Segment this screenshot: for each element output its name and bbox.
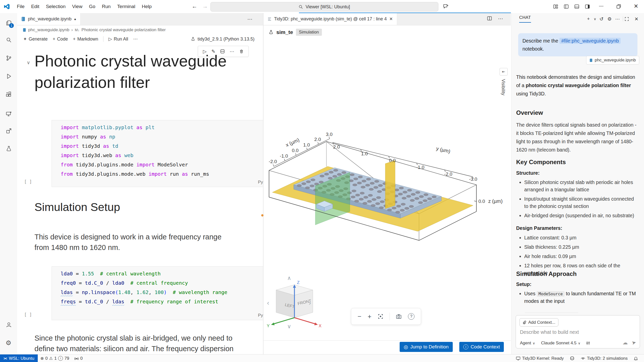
menu-help[interactable]: Help <box>138 2 155 11</box>
mode-selector[interactable]: Agent <box>520 341 531 346</box>
tab-tidy3d-viewer[interactable]: Tidy3D: phc_waveguide.ipynb (sim_te) @ c… <box>263 13 397 25</box>
close-window-button[interactable]: ✕ <box>634 3 638 10</box>
chat-settings-icon[interactable]: ⚙ <box>606 16 613 22</box>
send-message-icon[interactable]: ➤ <box>631 339 637 346</box>
breadcrumb[interactable]: phc_waveguide.ipynb › M↓ Photonic crysta… <box>23 26 166 34</box>
maximize-panel-icon[interactable] <box>625 17 632 21</box>
rotate-down-chevron[interactable]: ∨ <box>287 323 291 330</box>
toggle-secondary-sidebar-icon[interactable] <box>585 4 590 9</box>
viewer-footer-divider <box>263 340 511 341</box>
toggle-panel-icon[interactable] <box>574 4 579 9</box>
add-markdown-button[interactable]: +Markdown <box>70 35 101 43</box>
copilot-chat-icon[interactable] <box>443 3 449 9</box>
divider <box>623 16 623 21</box>
tidy3d-simulations-status[interactable]: Tidy3D: 2 simulations <box>578 354 630 362</box>
nav-back-icon[interactable]: ← <box>192 3 197 10</box>
settings-gear-icon[interactable]: ⚙ <box>6 339 12 346</box>
rotate-up-chevron[interactable]: ∧ <box>287 275 291 281</box>
toolbar-more-icon[interactable]: ⋯ <box>131 35 140 43</box>
breadcrumb-file[interactable]: phc_waveguide.ipynb <box>28 27 69 32</box>
explorer-icon[interactable]: 1 <box>6 20 12 26</box>
nav-forward-icon[interactable]: → <box>202 3 208 10</box>
code-cell-imports[interactable]: import matplotlib.pyplot as pltimport nu… <box>52 120 276 187</box>
collapse-heading-chevron[interactable]: ∨ <box>27 60 30 65</box>
menu-file[interactable]: File <box>14 2 28 11</box>
info-icon: i <box>463 344 468 349</box>
chat-input-box[interactable]: Add Context... Describe what to build ne… <box>516 315 640 348</box>
notebook-tab-bar: phc_waveguide.ipynb ● ⋯ <box>17 13 263 25</box>
code-cell-content[interactable]: lda0 = 1.55 # central wavelengthfreq0 = … <box>52 267 275 306</box>
list-item: Lattice constant: 0.3 µm <box>524 234 642 241</box>
close-tab-icon[interactable]: ✕ <box>389 16 393 22</box>
y-tick: -3.0 <box>469 176 477 182</box>
chat-title[interactable]: CHAT <box>519 15 531 23</box>
fit-view-icon[interactable] <box>378 314 383 319</box>
remote-explorer-icon[interactable] <box>6 111 12 117</box>
rotate-right-chevron[interactable]: › <box>309 299 311 307</box>
live-share-icon[interactable] <box>6 128 12 134</box>
list-item: Silicon photonic crystal slab with perio… <box>524 179 642 193</box>
model-selector[interactable]: Claude Sonnet 4.5 <box>541 341 577 346</box>
code-cell-content[interactable]: import matplotlib.pyplot as pltimport nu… <box>52 120 275 179</box>
menu-run[interactable]: Run <box>99 2 114 11</box>
copilot-status-icon[interactable] <box>567 354 577 362</box>
run-all-button[interactable]: ▷Run All <box>106 35 131 43</box>
search-sidebar-icon[interactable] <box>6 37 12 43</box>
chat-history-icon[interactable]: ↺ <box>598 16 605 22</box>
split-editor-icon[interactable] <box>487 16 492 21</box>
menu-terminal[interactable]: Terminal <box>114 2 139 11</box>
tab-phc-waveguide[interactable]: phc_waveguide.ipynb ● <box>17 13 81 25</box>
status-bar: >< WSL: Ubuntu ⊗0 ⚠1 i79 0 Tidy3D Kernel… <box>0 354 644 362</box>
editor-actions-more-icon[interactable]: ⋯ <box>247 16 252 22</box>
notebook-file-icon <box>21 17 25 21</box>
tidy3d-viewer-group: Tidy3D: phc_waveguide.ipynb (sim_te) @ c… <box>263 13 511 354</box>
chat-more-icon[interactable]: ⋯ <box>614 16 621 22</box>
generate-button[interactable]: ✦ Generate <box>21 35 50 43</box>
zoom-in-icon[interactable]: + <box>368 313 371 320</box>
new-chat-icon[interactable]: + <box>585 16 592 22</box>
x-tick: 0.0 <box>292 148 298 153</box>
menu-selection[interactable]: Selection <box>43 2 69 11</box>
jump-to-definition-button[interactable]: ◎ Jump to Definition <box>400 342 453 352</box>
chat-input-placeholder[interactable]: Describe what to build next <box>520 329 579 335</box>
toggle-primary-sidebar-icon[interactable] <box>564 4 569 9</box>
menu-edit[interactable]: Edit <box>28 2 43 11</box>
attached-file-chip[interactable]: phc_waveguide.ipynb <box>586 56 639 64</box>
customize-layout-icon[interactable] <box>553 4 558 9</box>
monitor-icon <box>516 356 520 360</box>
add-context-button[interactable]: Add Context... <box>519 318 558 327</box>
code-cell-params[interactable]: lda0 = 1.55 # central wavelengthfreq0 = … <box>52 266 276 320</box>
notifications-bell-icon[interactable] <box>631 354 640 362</box>
tidy3d-3d-viewport[interactable]: 3.0 2.0 1.0 0.0 -1.0 -2.0 2.0 1.0 0.0 -1… <box>263 25 511 342</box>
add-code-button[interactable]: +Code <box>50 35 70 43</box>
zoom-out-icon[interactable]: − <box>358 313 361 320</box>
menu-go[interactable]: Go <box>86 2 98 11</box>
code-context-button[interactable]: i Code Context <box>459 342 504 352</box>
breadcrumb-section[interactable]: Photonic crystal waveguide polarization … <box>82 27 166 32</box>
markdown-icon: M↓ <box>75 28 80 32</box>
tab-dirty-indicator[interactable]: ● <box>74 17 76 21</box>
plus-icon: + <box>53 37 55 42</box>
new-chat-dropdown-icon[interactable]: ∨ <box>593 17 597 21</box>
extensions-icon[interactable] <box>6 91 12 98</box>
source-control-icon[interactable] <box>6 55 12 61</box>
restore-button[interactable] <box>616 4 621 9</box>
minimize-button[interactable] <box>599 6 603 6</box>
close-panel-icon[interactable]: ✕ <box>633 16 640 22</box>
viewer-more-icon[interactable]: ⋯ <box>498 16 503 22</box>
menu-view[interactable]: View <box>69 2 86 11</box>
screenshot-camera-icon[interactable] <box>396 314 402 319</box>
ports-indicator[interactable]: 0 <box>72 354 85 362</box>
accounts-icon[interactable] <box>6 321 12 328</box>
kernel-status[interactable]: Tidy3D Kernel: Ready <box>513 354 566 362</box>
testing-flask-icon[interactable] <box>6 146 12 152</box>
rotate-left-chevron[interactable]: ‹ <box>267 299 269 307</box>
kernel-picker[interactable]: tidy3d_2.9.1 (Python 3.13.5) <box>191 34 254 44</box>
cloud-send-icon[interactable]: ☁ <box>622 340 628 346</box>
tools-icon[interactable] <box>586 341 590 345</box>
remote-indicator[interactable]: >< WSL: Ubuntu <box>0 354 38 362</box>
command-center-search[interactable]: Viewer [WSL: Ubuntu] <box>210 2 438 12</box>
help-icon[interactable]: ? <box>408 313 414 320</box>
problems-indicator[interactable]: ⊗0 ⚠1 i79 <box>38 354 72 362</box>
run-debug-icon[interactable] <box>6 73 12 80</box>
